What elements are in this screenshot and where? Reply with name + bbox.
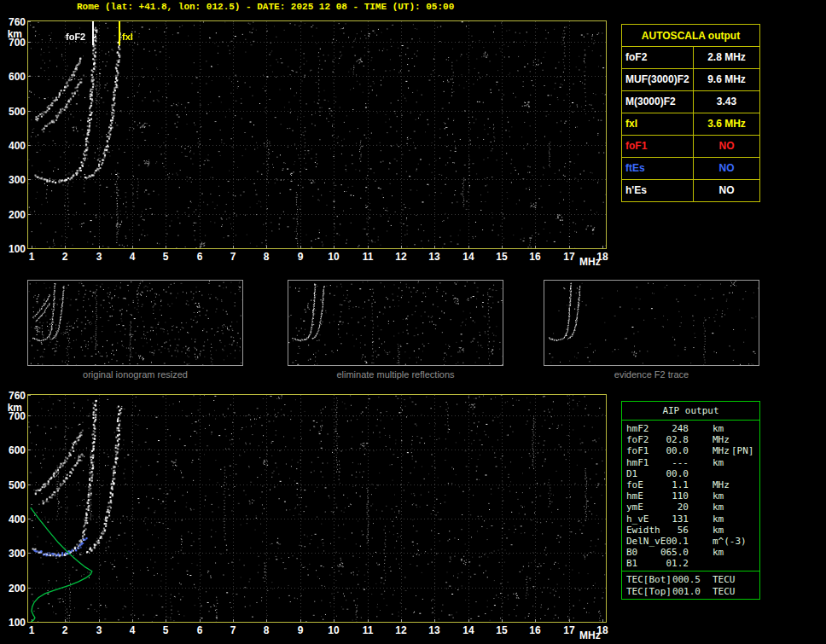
table-row: h_vE131km [622,513,759,525]
axis-tick-label: 100 [0,617,26,629]
fxI-marker-label: fxI [122,32,133,42]
axis-tick-label: 3 [89,251,109,263]
table-row: hmF1---km [622,457,759,468]
thumb-evidence-f2-trace [544,280,759,366]
axis-tick-label: 18 [592,624,613,636]
axis-tick-label: 6 [189,624,210,636]
param-value: 248 [622,423,689,434]
axis-tick-label: 2 [55,624,75,636]
axis-tick-label: 6 [189,251,210,263]
param-label: MUF(3000)F2 [622,69,694,90]
thumb-eliminate-canvas [288,281,503,365]
thumb-caption-original: original ionogram resized [27,369,243,380]
param-value: 56 [622,525,689,536]
axis-tick-label: 300 [0,548,26,560]
axis-tick-label: 13 [424,251,445,263]
param-extra: [PN] [731,445,754,456]
thumb-caption-eliminate: eliminate multiple reflections [288,369,503,380]
param-label: M(3000)F2 [622,91,694,113]
table-row: B101.2 [622,558,759,569]
param-unit: m^(-3) [713,536,747,547]
axis-tick-label: 10 [323,624,344,636]
foF2-marker-label: foF2 [66,32,85,42]
main-ionogram-canvas [28,21,606,248]
thumb-original-ionogram [27,280,243,366]
axis-tick-label: 15 [492,624,512,636]
table-row: ftEsNO [622,157,759,179]
main-ionogram-plot: foF2 fxI [27,20,607,249]
table-row: MUF(3000)F29.6 MHz [622,68,759,90]
param-value: NO [694,136,759,157]
table-row: foF100.0MHz[PN] [622,445,759,456]
param-unit: MHz [713,434,730,445]
axis-tick-label: 16 [525,624,545,636]
axis-tick-label: 7 [223,251,243,263]
axis-tick-label: 4 [122,624,143,636]
param-unit: km [713,502,724,513]
table-row: h'EsNO [622,179,759,201]
param-unit: km [713,457,724,468]
thumb-caption-evidence: evidence F2 trace [544,369,759,380]
param-unit: km [713,547,724,558]
axis-tick-label: 760 [0,16,26,28]
param-label: ftEs [622,158,694,179]
axis-tick-label: 5 [155,624,176,636]
param-value: 3.43 [694,91,759,113]
table-row: foF1NO [622,135,759,157]
profile-ionogram-canvas [28,395,606,622]
axis-tick-label: 17 [559,624,579,636]
axis-tick-label: 400 [0,140,26,152]
param-value: 00.0 [622,445,689,456]
autoscala-table-header: AUTOSCALA output [622,25,759,46]
axis-tick-label: 7 [223,624,243,636]
axis-tick-label: 5 [155,251,176,263]
param-value: 001.0 [622,586,701,597]
aip-output-table: AIP output hmF2248km foF202.8MHz foF100.… [621,401,760,600]
param-value: --- [622,457,689,468]
axis-tick-label: 400 [0,513,26,525]
axis-tick-label: 300 [0,174,26,186]
axis-tick-label: 10 [323,251,344,263]
axis-tick-label: 2 [55,251,75,263]
thumb-evidence-canvas [544,281,759,365]
param-unit: km [713,525,724,536]
table-row: ymE20km [622,502,759,513]
param-value: NO [694,158,759,179]
axis-tick-label: 600 [0,444,26,456]
axis-tick-label: 11 [358,251,378,263]
param-label: foF2 [622,47,694,68]
axis-tick-label: 18 [592,251,613,263]
thumb-original-canvas [28,281,242,365]
param-label: h'Es [622,180,694,201]
param-label: fxI [622,113,694,135]
axis-tick-label: 3 [89,624,109,636]
axis-tick-label: 15 [492,251,512,263]
page-title: Rome (lat: +41.8, lon: 012.5) - DATE: 20… [77,2,454,12]
table-row: Ewidth56km [622,525,759,536]
profile-ionogram-plot [27,394,607,623]
param-value: 131 [622,513,689,525]
axis-tick-label: 200 [0,209,26,221]
axis-tick-label: 500 [0,106,26,118]
table-row: B0065.0km [622,547,759,558]
axis-tick-label: 14 [458,624,479,636]
axis-tick-label: 11 [358,624,378,636]
param-value: 01.2 [622,558,689,569]
axis-tick-label: 700 [0,37,26,49]
param-value: 3.6 MHz [694,113,759,135]
param-value: NO [694,180,759,201]
table-row: DelN_vE00.1m^(-3) [622,536,759,547]
axis-tick-label: 760 [0,390,26,402]
param-unit: km [713,423,724,434]
axis-tick-label: 600 [0,71,26,83]
axis-tick-label: 500 [0,479,26,491]
axis-tick-label: 700 [0,410,26,422]
param-value: 00.0 [622,468,689,479]
axis-tick-label: 14 [458,251,479,263]
param-value: 2.8 MHz [694,47,759,68]
axis-tick-label: 9 [290,624,311,636]
param-unit: TECU [713,586,736,597]
axis-tick-label: 16 [525,251,545,263]
thumb-eliminate-reflections [288,280,503,366]
autoscala-screen: Rome (lat: +41.8, lon: 012.5) - DATE: 20… [0,0,826,644]
